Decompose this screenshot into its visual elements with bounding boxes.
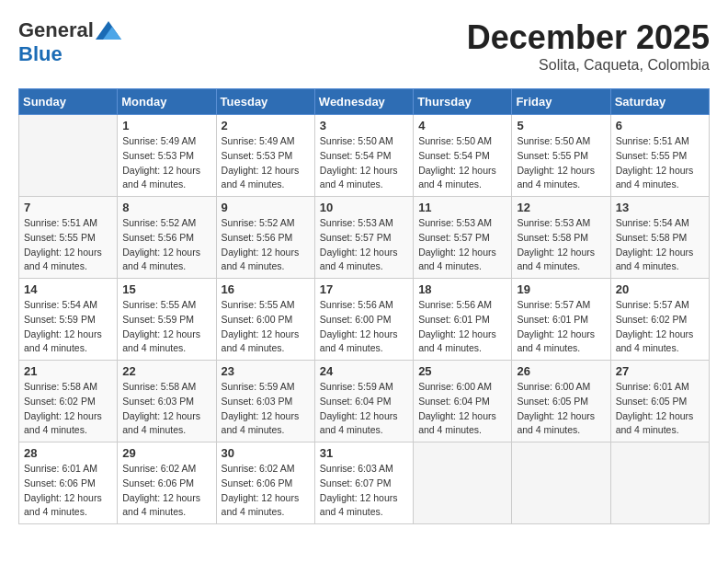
- day-of-week-header: Thursday: [414, 89, 512, 115]
- calendar-cell: [414, 442, 512, 524]
- day-info: Sunrise: 6:02 AM Sunset: 6:06 PM Dayligh…: [222, 462, 310, 520]
- logo-general-text: General: [18, 18, 94, 42]
- day-info: Sunrise: 5:55 AM Sunset: 5:59 PM Dayligh…: [122, 298, 210, 356]
- day-number: 18: [418, 282, 506, 296]
- day-number: 2: [222, 119, 310, 132]
- calendar-cell: 3Sunrise: 5:50 AM Sunset: 5:54 PM Daylig…: [314, 115, 413, 197]
- calendar-cell: 28Sunrise: 6:01 AM Sunset: 6:06 PM Dayli…: [19, 442, 118, 524]
- calendar-body: 1Sunrise: 5:49 AM Sunset: 5:53 PM Daylig…: [19, 115, 710, 524]
- logo-blue-text: Blue: [18, 42, 63, 65]
- logo-icon: [96, 21, 121, 40]
- day-number: 28: [24, 446, 112, 460]
- day-info: Sunrise: 5:51 AM Sunset: 5:55 PM Dayligh…: [616, 134, 704, 192]
- day-info: Sunrise: 5:50 AM Sunset: 5:54 PM Dayligh…: [418, 134, 506, 192]
- day-info: Sunrise: 5:57 AM Sunset: 6:02 PM Dayligh…: [616, 298, 704, 356]
- day-info: Sunrise: 6:01 AM Sunset: 6:06 PM Dayligh…: [24, 462, 112, 520]
- day-info: Sunrise: 6:01 AM Sunset: 6:05 PM Dayligh…: [616, 380, 704, 438]
- day-number: 31: [320, 446, 408, 460]
- calendar-cell: 17Sunrise: 5:56 AM Sunset: 6:00 PM Dayli…: [314, 279, 413, 361]
- day-number: 8: [122, 201, 210, 214]
- day-number: 21: [24, 364, 112, 378]
- day-of-week-header: Saturday: [610, 89, 709, 115]
- day-of-week-header: Monday: [118, 89, 216, 115]
- day-number: 30: [222, 446, 310, 460]
- calendar-week-row: 21Sunrise: 5:58 AM Sunset: 6:02 PM Dayli…: [19, 361, 710, 442]
- calendar-cell: 4Sunrise: 5:50 AM Sunset: 5:54 PM Daylig…: [414, 115, 512, 197]
- day-number: 23: [222, 364, 310, 378]
- month-title: December 2025: [467, 18, 710, 57]
- location-text: Solita, Caqueta, Colombia: [467, 57, 710, 74]
- day-info: Sunrise: 5:59 AM Sunset: 6:04 PM Dayligh…: [320, 380, 408, 438]
- day-number: 6: [616, 119, 704, 132]
- day-number: 25: [418, 364, 506, 378]
- calendar-cell: 30Sunrise: 6:02 AM Sunset: 6:06 PM Dayli…: [216, 442, 314, 524]
- day-info: Sunrise: 5:49 AM Sunset: 5:53 PM Dayligh…: [122, 134, 210, 192]
- calendar-cell: 6Sunrise: 5:51 AM Sunset: 5:55 PM Daylig…: [610, 115, 709, 197]
- day-info: Sunrise: 5:57 AM Sunset: 6:01 PM Dayligh…: [517, 298, 605, 356]
- day-info: Sunrise: 5:58 AM Sunset: 6:03 PM Dayligh…: [122, 380, 210, 438]
- calendar-cell: 15Sunrise: 5:55 AM Sunset: 5:59 PM Dayli…: [118, 279, 216, 361]
- day-number: 29: [122, 446, 210, 460]
- calendar-cell: 31Sunrise: 6:03 AM Sunset: 6:07 PM Dayli…: [314, 442, 413, 524]
- day-info: Sunrise: 5:53 AM Sunset: 5:57 PM Dayligh…: [320, 216, 408, 274]
- calendar-cell: 9Sunrise: 5:52 AM Sunset: 5:56 PM Daylig…: [216, 197, 314, 279]
- day-info: Sunrise: 5:54 AM Sunset: 5:58 PM Dayligh…: [616, 216, 704, 274]
- calendar-cell: 12Sunrise: 5:53 AM Sunset: 5:58 PM Dayli…: [512, 197, 610, 279]
- calendar-cell: 10Sunrise: 5:53 AM Sunset: 5:57 PM Dayli…: [314, 197, 413, 279]
- day-info: Sunrise: 6:03 AM Sunset: 6:07 PM Dayligh…: [320, 462, 408, 520]
- day-info: Sunrise: 5:53 AM Sunset: 5:57 PM Dayligh…: [418, 216, 506, 274]
- calendar-week-row: 14Sunrise: 5:54 AM Sunset: 5:59 PM Dayli…: [19, 279, 710, 361]
- calendar-cell: 21Sunrise: 5:58 AM Sunset: 6:02 PM Dayli…: [19, 361, 118, 442]
- calendar-cell: 7Sunrise: 5:51 AM Sunset: 5:55 PM Daylig…: [19, 197, 118, 279]
- day-number: 22: [122, 364, 210, 378]
- day-of-week-header: Friday: [512, 89, 610, 115]
- day-number: 26: [517, 364, 605, 378]
- day-number: 15: [122, 282, 210, 296]
- calendar-cell: 2Sunrise: 5:49 AM Sunset: 5:53 PM Daylig…: [216, 115, 314, 197]
- day-info: Sunrise: 5:50 AM Sunset: 5:54 PM Dayligh…: [320, 134, 408, 192]
- day-info: Sunrise: 5:52 AM Sunset: 5:56 PM Dayligh…: [222, 216, 310, 274]
- calendar-cell: 18Sunrise: 5:56 AM Sunset: 6:01 PM Dayli…: [414, 279, 512, 361]
- calendar-cell: 29Sunrise: 6:02 AM Sunset: 6:06 PM Dayli…: [118, 442, 216, 524]
- day-of-week-header: Wednesday: [314, 89, 413, 115]
- calendar-cell: [512, 442, 610, 524]
- day-number: 11: [418, 201, 506, 214]
- calendar-cell: 14Sunrise: 5:54 AM Sunset: 5:59 PM Dayli…: [19, 279, 118, 361]
- calendar-cell: 27Sunrise: 6:01 AM Sunset: 6:05 PM Dayli…: [610, 361, 709, 442]
- calendar-cell: 20Sunrise: 5:57 AM Sunset: 6:02 PM Dayli…: [610, 279, 709, 361]
- calendar-cell: [610, 442, 709, 524]
- day-number: 13: [616, 201, 704, 214]
- day-number: 27: [616, 364, 704, 378]
- calendar-table: SundayMondayTuesdayWednesdayThursdayFrid…: [18, 88, 710, 524]
- day-number: 10: [320, 201, 408, 214]
- day-number: 5: [517, 119, 605, 132]
- day-number: 16: [222, 282, 310, 296]
- day-number: 14: [24, 282, 112, 296]
- calendar-week-row: 7Sunrise: 5:51 AM Sunset: 5:55 PM Daylig…: [19, 197, 710, 279]
- day-of-week-header: Sunday: [19, 89, 118, 115]
- day-info: Sunrise: 6:00 AM Sunset: 6:04 PM Dayligh…: [418, 380, 506, 438]
- day-number: 7: [24, 201, 112, 214]
- day-number: 19: [517, 282, 605, 296]
- calendar-cell: 8Sunrise: 5:52 AM Sunset: 5:56 PM Daylig…: [118, 197, 216, 279]
- day-info: Sunrise: 5:59 AM Sunset: 6:03 PM Dayligh…: [222, 380, 310, 438]
- day-number: 17: [320, 282, 408, 296]
- day-info: Sunrise: 5:56 AM Sunset: 6:00 PM Dayligh…: [320, 298, 408, 356]
- calendar-week-row: 28Sunrise: 6:01 AM Sunset: 6:06 PM Dayli…: [19, 442, 710, 524]
- calendar-cell: 23Sunrise: 5:59 AM Sunset: 6:03 PM Dayli…: [216, 361, 314, 442]
- calendar-cell: 22Sunrise: 5:58 AM Sunset: 6:03 PM Dayli…: [118, 361, 216, 442]
- day-info: Sunrise: 5:54 AM Sunset: 5:59 PM Dayligh…: [24, 298, 112, 356]
- day-number: 3: [320, 119, 408, 132]
- page-header: General Blue December 2025 Solita, Caque…: [18, 18, 710, 74]
- calendar-cell: 24Sunrise: 5:59 AM Sunset: 6:04 PM Dayli…: [314, 361, 413, 442]
- day-info: Sunrise: 5:58 AM Sunset: 6:02 PM Dayligh…: [24, 380, 112, 438]
- day-number: 20: [616, 282, 704, 296]
- calendar-cell: 11Sunrise: 5:53 AM Sunset: 5:57 PM Dayli…: [414, 197, 512, 279]
- day-number: 9: [222, 201, 310, 214]
- calendar-cell: 1Sunrise: 5:49 AM Sunset: 5:53 PM Daylig…: [118, 115, 216, 197]
- calendar-cell: 13Sunrise: 5:54 AM Sunset: 5:58 PM Dayli…: [610, 197, 709, 279]
- day-info: Sunrise: 5:52 AM Sunset: 5:56 PM Dayligh…: [122, 216, 210, 274]
- calendar-header-row: SundayMondayTuesdayWednesdayThursdayFrid…: [19, 89, 710, 115]
- calendar-week-row: 1Sunrise: 5:49 AM Sunset: 5:53 PM Daylig…: [19, 115, 710, 197]
- calendar-cell: 16Sunrise: 5:55 AM Sunset: 6:00 PM Dayli…: [216, 279, 314, 361]
